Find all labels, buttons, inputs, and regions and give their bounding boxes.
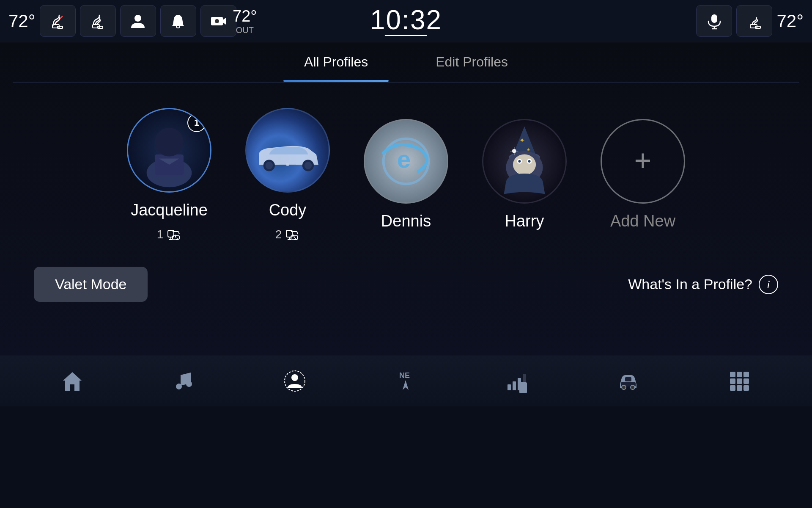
svg-point-21: [286, 163, 289, 166]
svg-point-16: [155, 128, 184, 157]
svg-rect-62: [743, 372, 749, 377]
svg-rect-12: [755, 26, 760, 28]
svg-point-58: [631, 385, 635, 389]
svg-text:e: e: [397, 145, 411, 173]
profile-name-harry: Harry: [505, 212, 544, 230]
whats-in-profile-button[interactable]: What's In a Profile? i: [628, 275, 778, 294]
profile-name-cody: Cody: [269, 201, 307, 219]
info-icon: i: [759, 275, 778, 294]
seat-heat-low-button[interactable]: [40, 5, 76, 37]
avatar-cody: [245, 108, 330, 193]
nav-navigation[interactable]: NE: [381, 364, 431, 398]
svg-point-45: [186, 381, 192, 387]
top-bar: 72°: [0, 0, 812, 42]
svg-rect-52: [513, 381, 516, 390]
camera-button[interactable]: [200, 5, 236, 37]
profiles-grid: 1: [0, 108, 812, 241]
svg-point-44: [176, 384, 182, 389]
tab-edit-profiles[interactable]: Edit Profiles: [402, 42, 542, 82]
svg-point-25: [304, 162, 312, 169]
active-badge: 1: [187, 113, 206, 132]
profile-harry[interactable]: ✦ ★: [482, 119, 567, 230]
svg-rect-68: [743, 385, 749, 391]
svg-point-48: [291, 374, 298, 381]
profile-seat-cody: 2: [275, 228, 300, 241]
svg-rect-61: [737, 372, 742, 377]
profile-name-dennis: Dennis: [381, 212, 431, 230]
svg-marker-6: [223, 18, 226, 25]
nav-phone[interactable]: [492, 364, 543, 398]
svg-rect-59: [625, 377, 631, 381]
profile-button[interactable]: [120, 5, 156, 37]
svg-text:NE: NE: [399, 371, 410, 380]
svg-rect-64: [737, 378, 742, 384]
add-new-label: Add New: [610, 212, 675, 230]
seat-heat-high-button[interactable]: [80, 5, 116, 37]
svg-text:✦: ✦: [519, 137, 525, 144]
profile-dennis[interactable]: e Dennis: [364, 119, 448, 230]
bottom-actions: Valet Mode What's In a Profile? i: [0, 250, 812, 319]
svg-point-23: [266, 162, 273, 169]
svg-rect-65: [743, 378, 749, 384]
top-right-controls: 72°: [696, 5, 804, 37]
time-display: 10:32: [370, 6, 442, 36]
valet-mode-button[interactable]: Valet Mode: [34, 267, 148, 302]
svg-rect-3: [98, 26, 103, 28]
svg-point-7: [215, 19, 219, 23]
profile-tabs: All Profiles Edit Profiles: [0, 42, 812, 82]
bottom-nav: NE: [0, 356, 812, 406]
tab-divider: [13, 82, 799, 83]
top-left-controls: 72°: [8, 5, 236, 37]
notifications-button[interactable]: [160, 5, 196, 37]
time-underline: [385, 35, 427, 36]
svg-rect-51: [508, 384, 511, 390]
svg-text:★: ★: [527, 147, 530, 152]
svg-point-57: [622, 385, 626, 389]
add-new-profile[interactable]: + Add New: [601, 119, 685, 230]
nav-climate[interactable]: [269, 364, 320, 398]
svg-point-4: [134, 15, 141, 22]
nav-car[interactable]: [603, 364, 654, 398]
profile-seat-jacqueline: 1: [157, 228, 182, 241]
svg-marker-50: [403, 380, 409, 390]
svg-rect-55: [519, 382, 527, 393]
add-new-plus-icon: +: [634, 146, 652, 175]
out-temp-display: 72° OUT: [233, 7, 257, 35]
nav-music[interactable]: [158, 364, 209, 398]
svg-point-36: [513, 155, 536, 175]
nav-home[interactable]: [47, 364, 98, 398]
main-content: All Profiles Edit Profiles 1: [0, 42, 812, 356]
svg-rect-63: [730, 378, 735, 384]
right-temp: 72°: [776, 11, 804, 31]
tab-all-profiles[interactable]: All Profiles: [270, 42, 402, 82]
profile-name-jacqueline: Jacqueline: [131, 201, 208, 219]
svg-rect-1: [58, 26, 63, 28]
profile-jacqueline[interactable]: 1: [127, 108, 211, 241]
svg-rect-15: [155, 155, 184, 175]
svg-point-39: [518, 160, 521, 163]
svg-rect-8: [711, 14, 717, 23]
avatar-dennis: e: [364, 119, 448, 204]
svg-rect-67: [737, 385, 742, 391]
add-new-avatar: +: [601, 119, 685, 204]
avatar-jacqueline: 1: [127, 108, 211, 193]
microphone-button[interactable]: [696, 5, 732, 37]
left-temp: 72°: [8, 11, 36, 31]
svg-point-40: [528, 160, 531, 163]
avatar-harry: ✦ ★: [482, 119, 567, 204]
svg-rect-66: [730, 385, 735, 391]
profile-cody[interactable]: Cody 2: [245, 108, 330, 241]
nav-apps[interactable]: [714, 364, 765, 398]
svg-rect-60: [730, 372, 735, 377]
right-seat-heat-button[interactable]: [736, 5, 772, 37]
